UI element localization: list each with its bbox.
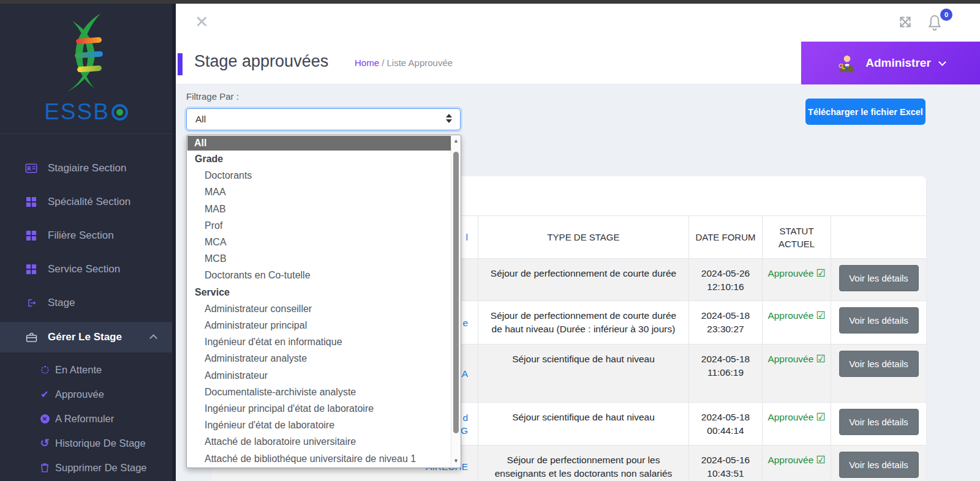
dropdown-option[interactable]: Ingénieur d'état de laboratoire	[187, 417, 451, 433]
dropdown-option[interactable]: Doctorants	[187, 167, 451, 184]
status-cell: Approuvée☑	[762, 259, 831, 300]
status-cell: Approuvée☑	[762, 345, 831, 402]
submenu-item-label: En Attente	[55, 364, 102, 376]
admin-label: Administrer	[865, 56, 931, 70]
breadcrumb: Home / Liste Approuvée	[355, 58, 453, 68]
dropdown-option-all[interactable]: All	[187, 136, 451, 151]
filter-dropdown-panel: All Grade Doctorants MAA MAB Prof MCA MC…	[186, 135, 461, 468]
dropdown-option[interactable]: Administrateur analyste	[187, 350, 451, 367]
dropdown-group-grade: Grade	[187, 151, 451, 167]
id-card-icon	[24, 163, 38, 174]
dropdown-option[interactable]: Prof	[187, 217, 451, 234]
scroll-down-icon[interactable]: ▼	[451, 458, 461, 464]
submenu-item-supprimer-de-stage[interactable]: Supprimer De Stage	[0, 455, 172, 480]
dropdown-group-service: Service	[187, 284, 451, 300]
sidebar-item-service-section[interactable]: Service Section	[0, 252, 172, 286]
filter-select-value: All	[187, 114, 206, 125]
dna-logo-icon	[40, 11, 132, 97]
dropdown-option[interactable]: Administrateur conseiller	[187, 300, 451, 317]
dropdown-option[interactable]: Documentaliste-archiviste analyste	[187, 384, 451, 400]
sidebar-item-stagiaire-section[interactable]: Stagiaire Section	[0, 151, 172, 185]
type-cell: Séjour de perfectionnement pour les ense…	[478, 446, 688, 481]
dropdown-option[interactable]: MAB	[187, 201, 451, 217]
notification-bell-icon[interactable]: 0	[925, 13, 950, 38]
sidebar-group-gerer-le-stage[interactable]: Gérer Le Stage	[0, 322, 172, 352]
voir-details-button[interactable]: Voir les détails	[839, 351, 919, 377]
logo-text: ESSB	[44, 99, 128, 125]
voir-details-button[interactable]: Voir les détails	[839, 307, 919, 334]
sidebar-submenu: En Attente ✔ Approuvée ✕ A Reformuler ↺ …	[0, 352, 172, 480]
dropdown-option[interactable]: MCA	[187, 234, 451, 250]
checkbox-checked-icon: ☑	[816, 453, 825, 467]
grid-icon	[24, 196, 38, 207]
stagiaire-link[interactable]: e	[462, 316, 468, 329]
checkbox-checked-icon: ☑	[816, 411, 825, 424]
dropdown-option[interactable]: MCB	[187, 250, 451, 267]
grid-icon	[24, 230, 38, 241]
dropdown-option[interactable]: Attaché de bibliothéque universitaire de…	[187, 450, 451, 467]
type-cell: Séjour de perfectionnement de courte dur…	[478, 259, 688, 300]
filter-label: Filtrage Par :	[186, 91, 239, 102]
scroll-up-icon[interactable]: ▲	[451, 138, 461, 144]
dropdown-option[interactable]: Administrateur principal	[187, 317, 451, 334]
voir-details-button[interactable]: Voir les détails	[839, 452, 919, 478]
essbo-logo: ESSB	[0, 0, 172, 134]
history-icon: ↺	[39, 438, 50, 449]
close-icon[interactable]: ✕	[195, 12, 209, 32]
header-name-fragment: l	[466, 231, 468, 244]
submenu-item-historique-de-stage[interactable]: ↺ Historique De Stage	[0, 431, 172, 455]
date-cell: 2024-05-1823:30:27	[688, 301, 762, 344]
window-top-strip	[0, 0, 980, 4]
dropdown-option[interactable]: Attaché de laboratoire universitaire	[187, 433, 451, 450]
page-header: Stage approuvées Home / Liste Approuvée	[176, 42, 801, 84]
scrollbar-thumb[interactable]	[453, 152, 459, 433]
header-statut-actuel: STATUT ACTUEL	[762, 216, 831, 258]
dropdown-scrollbar: ▲ ▼	[451, 136, 460, 467]
filter-select[interactable]: All	[186, 108, 461, 130]
actions-cell: Voir les détails	[831, 259, 926, 300]
stagiaire-link[interactable]: d G	[461, 411, 468, 437]
header-actions	[831, 216, 926, 258]
actions-cell: Voir les détails	[831, 403, 926, 445]
submenu-item-approuvee[interactable]: ✔ Approuvée	[0, 382, 172, 406]
actions-cell: Voir les détails	[831, 446, 926, 481]
logo-letters: ESSB	[44, 99, 110, 125]
breadcrumb-current: Liste Approuvée	[387, 58, 453, 68]
admin-menu-button[interactable]: Administrer	[801, 42, 980, 84]
dropdown-option[interactable]: Ingénieur principal d'état de laboratoir…	[187, 400, 451, 417]
sign-out-icon	[24, 297, 38, 308]
sidebar-item-stage[interactable]: Stage	[0, 286, 172, 319]
notification-badge: 0	[939, 7, 954, 22]
breadcrumb-home-link[interactable]: Home	[355, 58, 379, 68]
submenu-item-label: Historique De Stage	[55, 438, 146, 449]
spinner-icon	[39, 366, 50, 374]
header-date-forum: DATE FORUM	[688, 216, 762, 258]
sidebar: ESSB Stagiaire Section	[0, 0, 176, 481]
checkbox-checked-icon: ☑	[816, 267, 825, 280]
breadcrumb-separator: /	[379, 58, 387, 68]
sidebar-item-specialite-section[interactable]: Spécialité Section	[0, 185, 172, 218]
voir-details-button[interactable]: Voir les détails	[839, 409, 919, 435]
actions-cell: Voir les détails	[831, 301, 926, 344]
select-stepper-icon	[446, 114, 452, 123]
dropdown-option[interactable]: MAA	[187, 184, 451, 200]
submenu-item-en-attente[interactable]: En Attente	[0, 357, 172, 382]
dropdown-option[interactable]: Administrateur	[187, 367, 451, 384]
type-cell: Séjour scientifique de haut niveau	[478, 403, 688, 445]
chevron-up-icon[interactable]	[149, 334, 157, 342]
briefcase-icon	[24, 332, 38, 343]
header-type: TYPE DE STAGE	[478, 216, 688, 258]
sidebar-item-label: Filière Section	[48, 229, 114, 242]
sidebar-menu: Stagiaire Section Spécialité Section	[0, 151, 172, 480]
date-cell: 2024-05-1811:06:19	[688, 345, 762, 402]
sidebar-item-filiere-section[interactable]: Filière Section	[0, 218, 172, 252]
voir-details-button[interactable]: Voir les détails	[839, 265, 919, 291]
submenu-item-a-reformuler[interactable]: ✕ A Reformuler	[0, 406, 172, 431]
download-excel-button[interactable]: Télécharger le fichier Excel	[805, 99, 925, 125]
date-cell: 2024-05-2612:10:16	[688, 259, 762, 300]
dropdown-option[interactable]: Ingénieur d'état en informatique	[187, 334, 451, 350]
dropdown-option[interactable]: Doctorants en Co-tutelle	[187, 267, 451, 283]
admin-avatar	[836, 53, 857, 73]
fullscreen-icon[interactable]	[896, 13, 914, 34]
trash-icon	[39, 463, 50, 472]
